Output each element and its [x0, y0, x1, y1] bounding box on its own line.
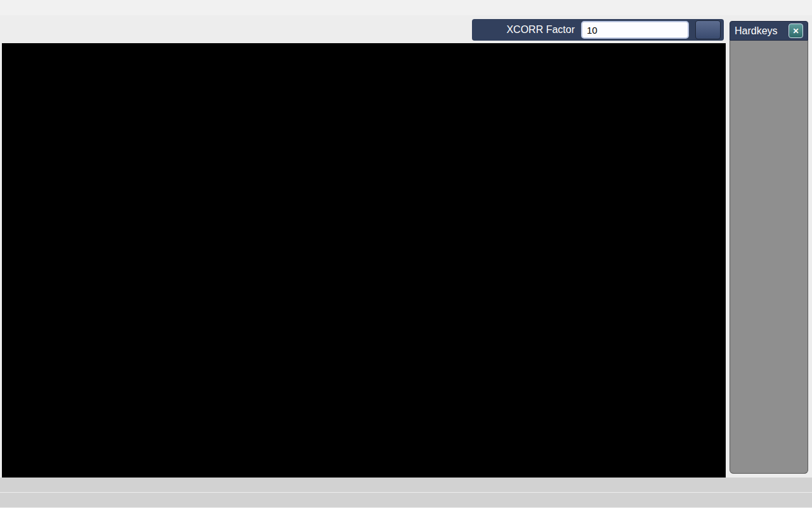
xcorr-factor-value: 10 [587, 25, 598, 36]
menubar [0, 0, 812, 15]
close-icon[interactable]: ✕ [789, 23, 803, 38]
hardkeys-title: Hardkeys [735, 25, 778, 37]
display-area [2, 43, 726, 478]
status-bar-top [0, 478, 812, 492]
hardkeys-header: Hardkeys ✕ [730, 21, 808, 41]
xcorr-bar: XCORR Factor 10 [472, 19, 724, 41]
keypad-button[interactable] [695, 20, 721, 39]
xcorr-factor-label: XCORR Factor [506, 24, 575, 36]
app-window: XCORR Factor 10 Hardkeys ✕ [0, 0, 812, 508]
status-bar-bottom [0, 493, 812, 507]
hardkeys-panel [730, 41, 808, 474]
xcorr-factor-input[interactable]: 10 [581, 21, 689, 39]
